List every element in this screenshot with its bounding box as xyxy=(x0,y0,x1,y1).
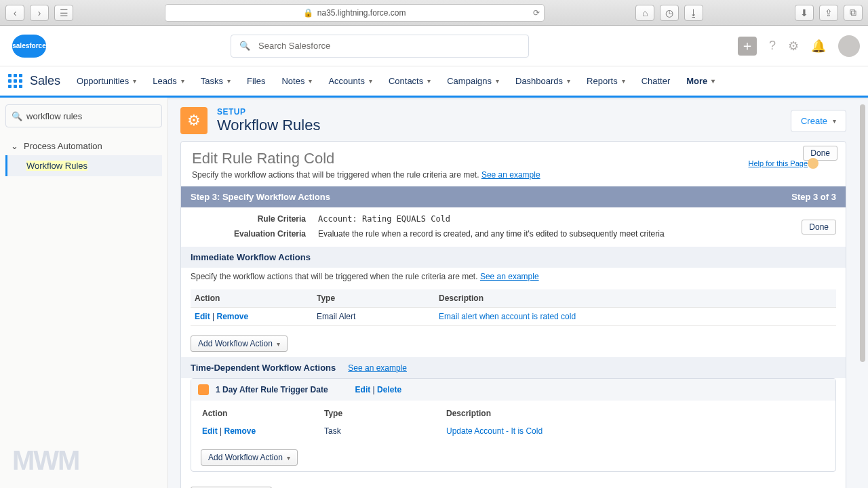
user-avatar[interactable] xyxy=(838,35,860,57)
address-bar[interactable]: 🔒 na35.lightning.force.com ⟳ xyxy=(165,4,545,22)
edit-rule-subtext: Specify the workflow actions that will b… xyxy=(181,170,846,186)
action-description-link[interactable]: Update Account - It is Cold xyxy=(446,426,542,436)
evaluation-criteria-label: Evaluation Criteria xyxy=(197,229,306,239)
col-description: Description xyxy=(442,405,829,422)
action-description-link[interactable]: Email alert when account is rated cold xyxy=(439,312,576,321)
edit-rule-title: Edit Rule Rating Cold xyxy=(181,142,846,170)
global-search[interactable]: 🔍 Search Salesforce xyxy=(231,35,529,58)
action-type: Email Alert xyxy=(313,308,435,326)
immediate-actions-header: Immediate Workflow Actions xyxy=(181,247,846,268)
edit-trigger-link[interactable]: Edit xyxy=(355,385,371,394)
watermark: MWM xyxy=(12,445,79,476)
app-name: Sales xyxy=(30,74,60,88)
sidebar-section-process-automation[interactable]: ⌄ Process Automation xyxy=(5,137,162,155)
sidebar-search[interactable]: 🔍 workflow rules xyxy=(5,104,162,127)
table-row: Edit | Remove Email Alert Email alert wh… xyxy=(191,308,836,326)
time-dependent-header: Time-Dependent Workflow Actions See an e… xyxy=(181,357,846,378)
immediate-actions-table: Action Type Description Edit | Remove Em… xyxy=(191,289,836,326)
downloads-button[interactable]: ⭳ xyxy=(684,5,703,21)
done-button-inner[interactable]: Done xyxy=(802,220,836,235)
nav-bar: Sales Opportunities▾ Leads▾ Tasks▾ Files… xyxy=(0,66,868,98)
workflow-card: Done Help for this Page Edit Rule Rating… xyxy=(180,141,846,488)
chevron-down-icon: ▾ xyxy=(133,77,136,85)
time-trigger-box: 1 Day After Rule Trigger Date Edit | Del… xyxy=(191,378,836,472)
sidebar-item-workflow-rules[interactable]: Workflow Rules xyxy=(5,155,162,176)
forward-button[interactable]: › xyxy=(30,5,49,21)
app-header: salesforce 🔍 Search Salesforce ＋ ? ⚙ 🔔 xyxy=(0,26,868,66)
nav-notes[interactable]: Notes▾ xyxy=(275,68,319,94)
edit-link[interactable]: Edit xyxy=(202,426,218,436)
col-type: Type xyxy=(320,405,442,422)
setup-gear-icon[interactable]: ⚙ xyxy=(788,39,799,54)
remove-link[interactable]: Remove xyxy=(216,312,248,321)
nav-reports[interactable]: Reports▾ xyxy=(580,68,632,94)
nav-opportunities[interactable]: Opportunities▾ xyxy=(70,68,143,94)
nav-accounts[interactable]: Accounts▾ xyxy=(321,68,378,94)
table-row: Edit | Remove Task Update Account - It i… xyxy=(198,422,829,440)
nav-dashboards[interactable]: Dashboards▾ xyxy=(509,68,577,94)
search-icon: 🔍 xyxy=(239,41,250,51)
rule-criteria-label: Rule Criteria xyxy=(197,214,306,224)
immediate-actions-sub: Specify the workflow actions that will b… xyxy=(181,268,846,285)
remove-link[interactable]: Remove xyxy=(224,426,256,436)
help-for-page-link[interactable]: Help for this Page xyxy=(749,159,808,167)
home-button[interactable]: ⌂ xyxy=(635,5,654,21)
add-workflow-action-button[interactable]: Add Workflow Action▾ xyxy=(201,449,298,466)
share-button[interactable]: ⇪ xyxy=(819,5,838,21)
sidebar-search-value: workflow rules xyxy=(26,111,82,121)
app-launcher-icon[interactable] xyxy=(8,74,23,89)
nav-files[interactable]: Files xyxy=(240,68,272,94)
chevron-down-icon: ▾ xyxy=(833,117,836,125)
step-bar: Step 3: Specify Workflow Actions Step 3 … xyxy=(181,186,846,207)
chevron-down-icon: ⌄ xyxy=(11,141,18,151)
see-example-link[interactable]: See an example xyxy=(481,170,540,180)
col-description: Description xyxy=(435,289,836,308)
search-placeholder: Search Salesforce xyxy=(258,41,330,51)
page-kicker: SETUP xyxy=(217,107,320,117)
see-example-link[interactable]: See an example xyxy=(480,272,539,281)
search-icon: 🔍 xyxy=(12,111,22,121)
page-title: Workflow Rules xyxy=(217,117,320,134)
time-dependent-table: Action Type Description Edit | Remove Ta… xyxy=(198,405,829,440)
col-type: Type xyxy=(313,289,435,308)
gear-icon: ⚙ xyxy=(180,107,208,134)
nav-chatter[interactable]: Chatter xyxy=(635,68,677,94)
edit-link[interactable]: Edit xyxy=(195,312,210,321)
evaluation-criteria-value: Evaluate the rule when a record is creat… xyxy=(318,229,665,239)
see-example-link[interactable]: See an example xyxy=(348,363,407,373)
sidebar-toggle-button[interactable]: ☰ xyxy=(54,5,73,21)
back-button[interactable]: ‹ xyxy=(5,5,24,21)
done-button[interactable]: Done xyxy=(803,146,837,161)
col-action: Action xyxy=(191,289,313,308)
trigger-label: 1 Day After Rule Trigger Date xyxy=(216,385,328,394)
browser-toolbar: ‹ › ☰ 🔒 na35.lightning.force.com ⟳ ⌂ ◷ ⭳… xyxy=(0,0,868,26)
col-action: Action xyxy=(198,405,320,422)
refresh-icon[interactable]: ⟳ xyxy=(533,8,540,18)
nav-leads[interactable]: Leads▾ xyxy=(146,68,191,94)
help-dot-icon xyxy=(808,158,818,169)
lock-icon: 🔒 xyxy=(303,8,313,18)
tabs-button[interactable]: ⧉ xyxy=(844,5,863,21)
setup-sidebar: 🔍 workflow rules ⌄ Process Automation Wo… xyxy=(0,98,168,488)
history-button[interactable]: ◷ xyxy=(660,5,679,21)
clock-icon xyxy=(198,384,209,395)
nav-tasks[interactable]: Tasks▾ xyxy=(194,68,237,94)
delete-trigger-link[interactable]: Delete xyxy=(377,385,401,394)
nav-more[interactable]: More▾ xyxy=(679,68,722,94)
nav-campaigns[interactable]: Campaigns▾ xyxy=(440,68,506,94)
help-icon[interactable]: ? xyxy=(769,39,776,53)
nav-contacts[interactable]: Contacts▾ xyxy=(382,68,437,94)
download-indicator[interactable]: ⬇ xyxy=(795,5,814,21)
rule-criteria-value: Account: Rating EQUALS Cold xyxy=(318,214,450,224)
add-button[interactable]: ＋ xyxy=(738,37,757,56)
salesforce-logo[interactable]: salesforce xyxy=(12,35,46,58)
action-type: Task xyxy=(320,422,442,440)
add-workflow-action-button[interactable]: Add Workflow Action▾ xyxy=(191,336,288,352)
notifications-icon[interactable]: 🔔 xyxy=(811,39,826,54)
scrollbar-thumb[interactable] xyxy=(860,104,865,362)
url-text: na35.lightning.force.com xyxy=(317,8,406,18)
create-button[interactable]: Create▾ xyxy=(791,110,846,132)
main-content: ⚙ SETUP Workflow Rules Create▾ Done Help… xyxy=(168,98,868,488)
